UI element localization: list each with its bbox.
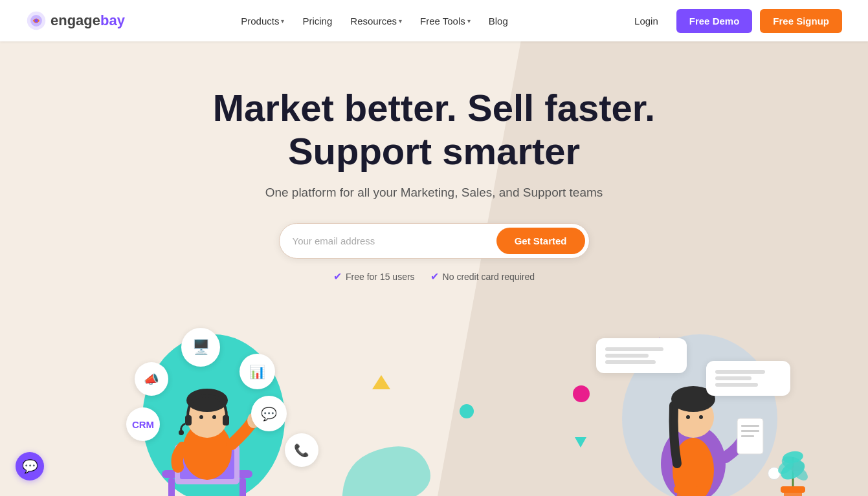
svg-rect-29 [741, 430, 759, 432]
hero-title: Market better. Sell faster. Support smar… [26, 87, 842, 173]
logo-text-engage: engage [50, 12, 100, 28]
nav-links: Products ▾ Pricing Resources ▾ Free Tool… [241, 16, 508, 27]
svg-rect-28 [741, 425, 759, 427]
logo-icon [26, 10, 47, 31]
login-link[interactable]: Login [624, 10, 669, 32]
floating-icon-megaphone: 📣 [135, 362, 168, 396]
svg-rect-34 [781, 486, 805, 493]
logo[interactable]: engagebay [26, 10, 125, 31]
get-started-button[interactable]: Get Started [496, 228, 585, 254]
nav-actions: Login Free Demo Free Signup [624, 9, 842, 33]
chevron-down-icon-2: ▾ [399, 17, 402, 25]
free-signup-button[interactable]: Free Signup [760, 9, 842, 33]
nav-products[interactable]: Products ▾ [241, 16, 284, 27]
hero-illustration: 🖥️ 📊 📣 💬 📞 CRM [26, 308, 842, 496]
chevron-down-icon-3: ▾ [467, 17, 471, 25]
hero-section: Market better. Sell faster. Support smar… [0, 41, 868, 496]
nav-resources[interactable]: Resources ▾ [350, 16, 402, 27]
svg-point-24 [686, 415, 690, 419]
svg-point-13 [199, 415, 203, 419]
chevron-down-icon: ▾ [281, 17, 284, 25]
svg-rect-15 [185, 415, 192, 426]
check-icon-2: ✔ [430, 270, 439, 283]
svg-point-17 [179, 430, 184, 435]
floating-icon-chat: 💬 [251, 396, 287, 431]
hero-subtitle: One platform for all your Marketing, Sal… [26, 186, 842, 200]
svg-point-14 [212, 415, 216, 419]
floating-icon-phone: 📞 [285, 433, 318, 467]
chat-bubble-1 [596, 338, 687, 373]
svg-rect-5 [239, 478, 246, 496]
floating-icon-spreadsheet: 📊 [239, 354, 275, 389]
badge-no-credit-card: ✔ No credit card required [430, 270, 535, 283]
wavy-shape [324, 399, 453, 496]
floating-icon-crm: CRM [126, 407, 160, 441]
chat-widget-button[interactable]: 💬 [16, 452, 44, 480]
svg-rect-4 [168, 478, 175, 496]
navbar: engagebay Products ▾ Pricing Resources ▾… [0, 0, 868, 41]
badge-free-users: ✔ Free for 15 users [333, 270, 415, 283]
free-demo-button[interactable]: Free Demo [676, 9, 753, 33]
nav-blog[interactable]: Blog [489, 16, 508, 27]
teal-dot [460, 404, 474, 418]
check-icon-1: ✔ [333, 270, 342, 283]
plant-illustration [764, 438, 823, 496]
nav-free-tools[interactable]: Free Tools ▾ [420, 16, 471, 27]
yellow-triangle [372, 375, 390, 389]
svg-point-25 [699, 415, 703, 419]
logo-text-bay: bay [100, 12, 125, 28]
email-input[interactable] [293, 235, 496, 246]
hero-badges: ✔ Free for 15 users ✔ No credit card req… [26, 270, 842, 283]
chat-bubble-2 [706, 361, 790, 396]
teal-triangle-small [575, 437, 586, 447]
chat-icon: 💬 [22, 458, 38, 474]
hero-content: Market better. Sell faster. Support smar… [26, 87, 842, 283]
svg-point-2 [34, 19, 38, 22]
svg-rect-16 [223, 415, 229, 426]
svg-rect-30 [741, 435, 754, 437]
floating-icon-monitor: 🖥️ [181, 328, 220, 367]
email-form: Get Started [279, 223, 590, 259]
svg-rect-32 [674, 486, 698, 493]
nav-pricing[interactable]: Pricing [302, 16, 332, 27]
